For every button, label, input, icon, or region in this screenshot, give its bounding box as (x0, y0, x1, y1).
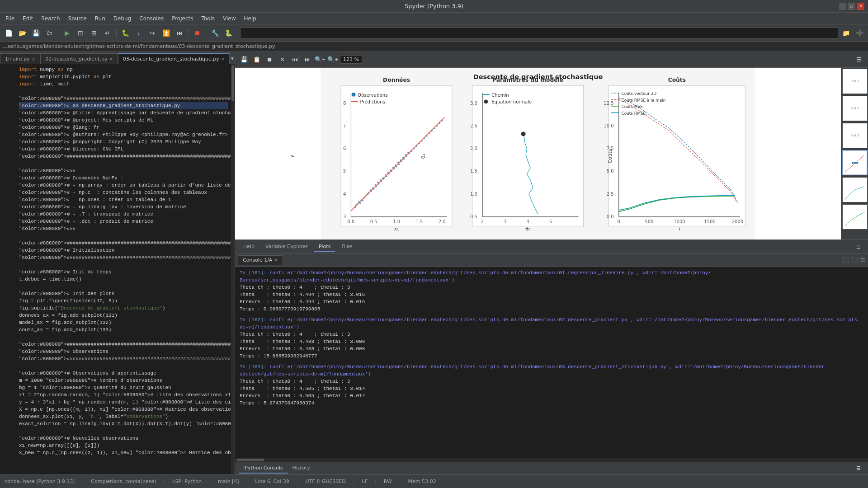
new-file-button[interactable]: 📄 (3, 27, 14, 39)
path-add-button[interactable]: ➕ (854, 27, 865, 39)
menu-debug[interactable]: Debug (110, 14, 135, 23)
step-into-button[interactable]: ↪ (146, 27, 158, 39)
plot-stop-button[interactable]: ⏹ (264, 54, 275, 65)
run-cell-button[interactable]: ⊡ (75, 27, 86, 39)
svg-text:Coûts RMSE: Coûts RMSE (621, 111, 646, 116)
tab-variable-explorer[interactable]: Variable Explorer (261, 242, 312, 252)
plot-prev-button[interactable]: ⏮ (289, 54, 300, 65)
tab-plots[interactable]: Plots (314, 242, 335, 252)
editor-scrollbar[interactable] (231, 64, 235, 474)
file-path-bar: ...seriousgames/blender-edutech/git/mes-… (0, 42, 868, 52)
debug-button[interactable]: 🐛 (119, 27, 131, 39)
status-encoding: UTF-8-GUESSED (305, 479, 345, 484)
svg-text:θ₁: θ₁ (420, 154, 426, 159)
continue-button[interactable]: ⏭ (174, 27, 185, 39)
open-file-button[interactable]: 📂 (16, 27, 28, 39)
menu-source[interactable]: Source (65, 14, 90, 23)
tab-history[interactable]: History (288, 463, 315, 474)
console-menu-icon[interactable]: ☰ (860, 257, 865, 263)
console-tab-close[interactable]: × (274, 258, 278, 263)
toolbar-separator-1 (58, 28, 58, 38)
panel-options-button[interactable]: ☰ (853, 241, 864, 253)
plot-zoom-in-button[interactable]: 🔍+ (327, 54, 338, 65)
zoom-display: 123 % (340, 55, 362, 64)
save-file-button[interactable]: 💾 (30, 27, 42, 39)
maximize-button[interactable]: □ (848, 3, 855, 10)
menu-view[interactable]: View (219, 14, 239, 23)
console-panel-options[interactable]: ☰ (853, 463, 864, 474)
console-hscroll[interactable] (235, 458, 868, 462)
plot-options-button[interactable]: ☰ (854, 54, 864, 65)
svg-text:y: y (289, 155, 295, 158)
thumbnail-4[interactable]: ●●● (842, 150, 868, 175)
tab-close-3[interactable]: × (221, 56, 225, 61)
code-text: import numpy as npimport matplotlib.pypl… (16, 64, 231, 465)
plot-save-button[interactable]: 💾 (239, 54, 250, 65)
tab-menu-button[interactable]: ▾ (230, 52, 235, 64)
menu-consoles[interactable]: Consoles (136, 14, 167, 23)
path-input[interactable]: /mnt/home2/phroy/Bureau/seriousgames/ble… (240, 28, 838, 38)
svg-text:●●●: ●●● (851, 161, 858, 164)
tab-close-2[interactable]: × (109, 56, 113, 61)
step-out-button[interactable]: ⏫ (160, 27, 172, 39)
inspector-button[interactable]: 🔧 (209, 27, 221, 39)
plot-copy-button[interactable]: 📋 (251, 54, 262, 65)
thumbnail-6[interactable] (842, 204, 868, 230)
svg-text:i: i (679, 226, 680, 232)
tab-label-2: 02-descente_gradient.py (45, 56, 107, 62)
editor-tab-2[interactable]: 02-descente_gradient.py × (40, 53, 118, 64)
svg-text:1500: 1500 (704, 219, 716, 224)
run-cell-advance-button[interactable]: ⊞ (88, 27, 100, 39)
tab-files[interactable]: Files (337, 242, 357, 252)
close-button[interactable]: ✕ (857, 3, 864, 10)
python-button[interactable]: 🐍 (222, 27, 234, 39)
save-all-button[interactable]: 🗂 (43, 27, 55, 39)
svg-text:θ₀: θ₀ (525, 226, 531, 232)
code-area[interactable]: import numpy as npimport matplotlib.pypl… (16, 64, 231, 474)
menu-file[interactable]: File (2, 14, 18, 23)
console-tab-1[interactable]: Console 1/A × (238, 255, 283, 265)
menu-help[interactable]: Help (241, 14, 260, 23)
step-button[interactable]: ↓ (133, 27, 145, 39)
tab-help[interactable]: Help (239, 242, 259, 252)
thumbnail-3[interactable]: Plot 3 (842, 123, 868, 148)
run-selection-button[interactable]: ↵ (102, 27, 113, 39)
svg-text:Observations: Observations (358, 93, 387, 98)
menu-run[interactable]: Run (91, 14, 109, 23)
tab-ipython-console[interactable]: IPython Console (239, 463, 288, 474)
console-cmd-text-161: runfile('/mnt/home2/phroy/Bureau/serious… (240, 270, 711, 283)
stop-button[interactable]: ⏹ (191, 27, 203, 39)
svg-text:2.0: 2.0 (439, 219, 446, 224)
svg-point-77 (352, 93, 356, 97)
svg-text:500: 500 (645, 219, 653, 224)
svg-text:Coûts RMSE à la main: Coûts RMSE à la main (621, 98, 665, 103)
plot-next-button[interactable]: ⏭ (302, 54, 313, 65)
tab-close-1[interactable]: × (32, 56, 35, 61)
editor-tab-1[interactable]: 1inaire.py × (0, 53, 40, 64)
console-hscroll-thumb[interactable] (237, 459, 264, 461)
svg-rect-137 (843, 205, 867, 229)
plot-area: Descente de gradient stochastique Donnée… (235, 68, 868, 239)
console-cmd-text-162: runfile('/mnt/home2/phroy/Bureau/serious… (240, 317, 860, 330)
console-prompt-163: In [163]: (240, 364, 269, 370)
editor-tab-3[interactable]: 03-descente_gradient_stochastique.py × (118, 53, 230, 64)
plot-main: Descente de gradient stochastique Donnée… (235, 68, 841, 239)
console-cmd-text-163: runfile('/mnt/home2/phroy/Bureau/serious… (240, 364, 827, 377)
path-browse-button[interactable]: 📁 (840, 27, 852, 39)
run-button[interactable]: ▶ (61, 27, 73, 39)
thumbnail-2[interactable]: Plot 2 (842, 96, 868, 121)
status-conda: conda: base (Python 3.9.13) (5, 479, 75, 484)
plot-zoom-out-button[interactable]: 🔍− (315, 54, 326, 65)
menu-search[interactable]: Search (38, 14, 63, 23)
thumbnail-5[interactable] (842, 177, 868, 202)
menu-projects[interactable]: Projects (168, 14, 197, 23)
console-interrupt-icon[interactable]: ⬛ (851, 257, 858, 263)
menu-edit[interactable]: Edit (19, 14, 37, 23)
console-clear-icon[interactable]: ⬛ (842, 257, 849, 263)
minimize-button[interactable]: − (839, 3, 846, 10)
editor-scrollbar-thumb[interactable] (231, 65, 234, 101)
thumbnail-1[interactable]: Plot 1 (842, 69, 868, 94)
plot-close-button[interactable]: ✕ (277, 54, 288, 65)
menu-tools[interactable]: Tools (198, 14, 218, 23)
svg-text:Coûts: Coûts (668, 77, 686, 83)
